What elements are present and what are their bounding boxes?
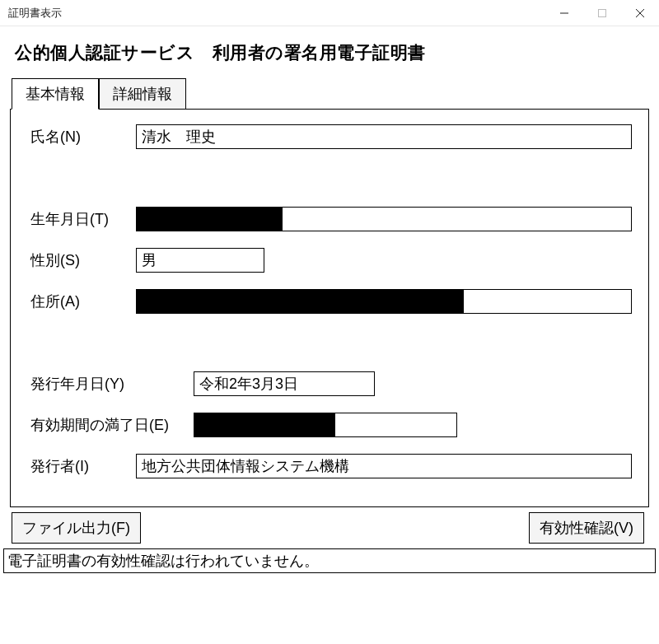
expiry-date-label: 有効期間の満了日(E) (30, 415, 194, 435)
window-titlebar: 証明書表示 (0, 0, 659, 26)
dob-redaction (136, 207, 283, 231)
status-text: 電子証明書の有効性確認は行われていません。 (7, 553, 319, 569)
svg-rect-1 (599, 9, 606, 16)
maximize-icon (597, 8, 607, 18)
file-output-button[interactable]: ファイル出力(F) (12, 512, 141, 544)
issue-date-value: 令和2年3月3日 (199, 374, 298, 394)
issuer-label: 発行者(I) (30, 456, 136, 476)
tab-pane-basic: 氏名(N) 清水 理史 生年月日(T) 性別(S) 男 住所(A) (10, 109, 649, 507)
validity-check-button[interactable]: 有効性確認(V) (529, 512, 644, 544)
dob-field[interactable] (136, 207, 632, 231)
row-dob: 生年月日(T) (30, 207, 632, 231)
row-issuer: 発行者(I) 地方公共団体情報システム機構 (30, 454, 632, 478)
issue-date-label: 発行年月日(Y) (30, 374, 194, 394)
window-title: 証明書表示 (8, 6, 62, 21)
dob-label: 生年月日(T) (30, 209, 136, 229)
issuer-field[interactable]: 地方公共団体情報システム機構 (136, 454, 632, 478)
address-redaction (136, 289, 464, 314)
row-issue-date: 発行年月日(Y) 令和2年3月3日 (30, 371, 632, 396)
expiry-redaction (194, 413, 335, 437)
row-sex: 性別(S) 男 (30, 248, 632, 273)
sex-value: 男 (142, 250, 157, 270)
sex-field[interactable]: 男 (136, 248, 264, 273)
tab-row: 基本情報 詳細情報 (12, 77, 649, 109)
tab-detail[interactable]: 詳細情報 (99, 78, 186, 110)
content-area: 公的個人認証サービス 利用者の署名用電子証明書 基本情報 詳細情報 氏名(N) … (0, 26, 659, 545)
name-field[interactable]: 清水 理史 (136, 124, 632, 149)
page-title: 公的個人認証サービス 利用者の署名用電子証明書 (15, 41, 649, 64)
address-field[interactable] (136, 289, 632, 314)
row-name: 氏名(N) 清水 理史 (30, 124, 632, 149)
row-address: 住所(A) (30, 289, 632, 314)
sex-label: 性別(S) (30, 250, 136, 270)
status-bar: 電子証明書の有効性確認は行われていません。 (3, 548, 656, 573)
close-icon (635, 8, 645, 18)
tab-basic[interactable]: 基本情報 (12, 78, 99, 110)
name-value: 清水 理史 (142, 127, 216, 147)
minimize-button[interactable] (545, 0, 583, 26)
expiry-date-field[interactable] (194, 413, 457, 437)
close-button[interactable] (621, 0, 659, 26)
address-label: 住所(A) (30, 292, 136, 311)
maximize-button[interactable] (583, 0, 621, 26)
button-row: ファイル出力(F) 有効性確認(V) (10, 512, 649, 544)
minimize-icon (559, 8, 569, 18)
issuer-value: 地方公共団体情報システム機構 (142, 456, 349, 476)
name-label: 氏名(N) (30, 127, 136, 147)
window-controls (545, 0, 659, 26)
row-expiry-date: 有効期間の満了日(E) (30, 413, 632, 437)
issue-date-field[interactable]: 令和2年3月3日 (194, 371, 375, 396)
